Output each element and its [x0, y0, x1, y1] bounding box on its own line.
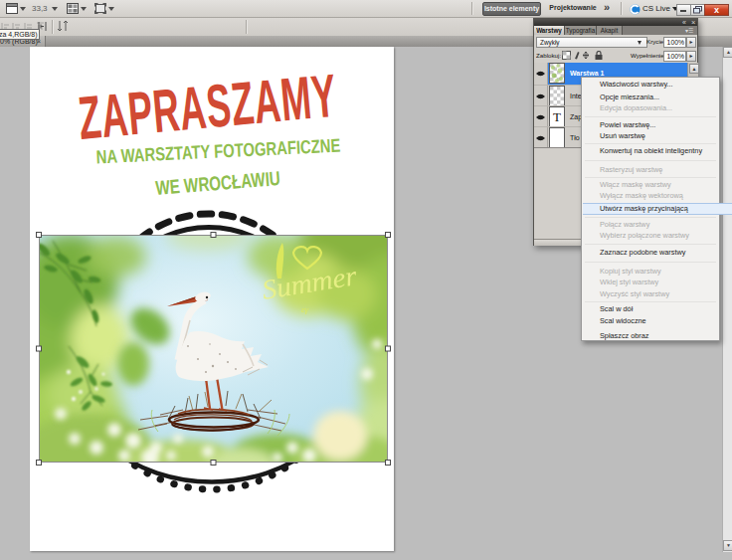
- svg-text:εγ: εγ: [301, 304, 309, 314]
